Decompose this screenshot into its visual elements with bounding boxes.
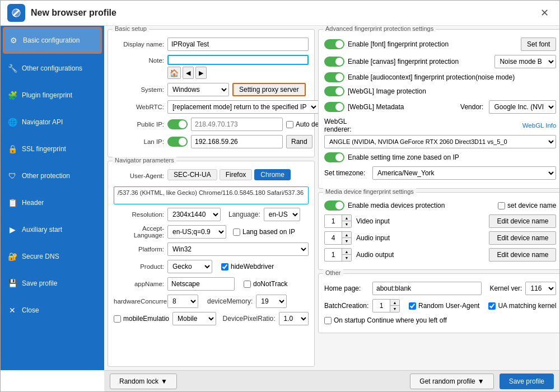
enable-media-toggle[interactable] (324, 200, 344, 211)
note-label: Note: (114, 57, 164, 64)
webgl-renderer-select[interactable]: ANGLE (NVIDIA, NVIDIA GeForce RTX 2060 D… (324, 135, 556, 148)
home-page-input[interactable] (372, 282, 482, 295)
lan-ip-input[interactable] (191, 135, 283, 148)
do-not-track-checkbox[interactable] (244, 281, 251, 288)
mobile-emulation-label[interactable]: mobileEmulatio (114, 315, 169, 323)
auto-detect-ip-checkbox[interactable] (286, 121, 293, 128)
audiocontext-toggle[interactable] (324, 72, 344, 82)
batch-down[interactable]: ▼ (390, 306, 399, 312)
video-edit-device-name-button[interactable]: Edit device name (489, 214, 556, 228)
hardware-select[interactable]: 8 (167, 295, 198, 308)
resolution-select[interactable]: 2304x1440 (167, 208, 221, 221)
mobile-emulation-checkbox[interactable] (114, 315, 121, 323)
audio-output-up[interactable]: ▲ (342, 249, 351, 255)
ua-matching-kernel-checkbox[interactable] (488, 302, 496, 310)
on-startup-checkbox[interactable] (324, 317, 332, 324)
setting-proxy-button[interactable]: Setting proxy server (232, 83, 306, 96)
tab-firefox[interactable]: Firefox (220, 169, 253, 180)
forward-arrow-icon[interactable]: ▶ (195, 67, 207, 79)
note-input[interactable] (167, 55, 309, 65)
on-startup-label[interactable]: On startup Continue where you left off (324, 316, 447, 324)
rand-button[interactable]: Rand (286, 135, 312, 148)
sidebar-item-plugin-fingerprint[interactable]: 🧩 Plugin fingerprint (1, 82, 104, 109)
kernel-ver-label: Kernel ver: (489, 284, 522, 292)
sidebar-item-close[interactable]: ✕ Close (1, 297, 104, 324)
lang-based-on-ip-label[interactable]: Lang based on IP (233, 228, 295, 236)
audio-input-down[interactable]: ▼ (342, 238, 351, 244)
canvas-protection-toggle[interactable] (324, 57, 344, 67)
video-input-down[interactable]: ▼ (342, 221, 351, 227)
canvas-mode-select[interactable]: Noise mode B (494, 55, 556, 68)
sidebar-item-ssl-fingerprint[interactable]: 🔒 SSL fingerprint (1, 136, 104, 162)
audio-output-edit-button[interactable]: Edit device name (489, 248, 556, 262)
font-protection-row: Enable [font] fingerprint protection Set… (324, 38, 556, 51)
back-arrow-icon[interactable]: ◀ (183, 67, 194, 79)
audio-output-down[interactable]: ▼ (342, 255, 351, 261)
lang-based-on-ip-checkbox[interactable] (233, 228, 240, 236)
dropdown-icon: ▼ (478, 377, 484, 385)
audio-input-up[interactable]: ▲ (342, 232, 351, 238)
webgl-image-toggle[interactable] (324, 86, 344, 96)
sidebar-item-header[interactable]: 📋 Header (1, 189, 104, 216)
webrtc-select[interactable]: [replacement mode] return to the specifi… (167, 100, 319, 114)
webgl-image-row: [WebGL] Image protection (324, 86, 556, 96)
ua-matching-kernel-label[interactable]: UA matching kernel (488, 302, 556, 310)
mobile-select[interactable]: Mobile (172, 312, 216, 325)
tab-chrome[interactable]: Chrome (254, 169, 291, 180)
lan-ip-toggle[interactable] (167, 137, 188, 147)
sidebar-item-secure-dns[interactable]: 🔐 Secure DNS (1, 243, 104, 270)
kernel-ver-select[interactable]: 116 (525, 282, 556, 295)
batch-up[interactable]: ▲ (390, 300, 399, 306)
webgl-info-link[interactable]: WebGL Info (522, 122, 557, 129)
hide-webdriver-checkbox[interactable] (221, 263, 228, 270)
random-user-agent-label[interactable]: Random User-Agent (409, 302, 479, 310)
ssl-icon: 🔒 (7, 144, 17, 154)
display-name-input[interactable] (167, 38, 309, 51)
sidebar-item-basic-configuration[interactable]: ⚙ Basic configuration (3, 27, 102, 54)
system-select[interactable]: Windows macOS Linux (167, 83, 229, 96)
tab-sec-ch-ua[interactable]: SEC-CH-UA (167, 169, 217, 180)
get-random-profile-button[interactable]: Get random profile ▼ (410, 374, 493, 389)
sidebar-item-label: Basic configuration (23, 36, 80, 44)
pixel-ratio-select[interactable]: 1.0 (279, 312, 309, 325)
hide-webdriver-label[interactable]: hideWebdriver (221, 263, 274, 270)
close-button[interactable]: ✕ (536, 4, 553, 21)
batch-creation-spinner-buttons: ▲ ▼ (390, 300, 399, 312)
timezone-toggle[interactable] (324, 152, 344, 162)
set-font-button[interactable]: Set font (521, 38, 556, 51)
sidebar-item-save-profile[interactable]: 💾 Save profile (1, 270, 104, 297)
random-lock-button[interactable]: Random lock ▼ (110, 374, 177, 389)
sidebar-item-auxiliary-start[interactable]: ▶ Auxiliary start (1, 216, 104, 243)
sidebar-item-other-configurations[interactable]: 🔧 Other configurations (1, 55, 104, 82)
device-memory-select[interactable]: 19 (256, 295, 287, 308)
public-ip-toggle[interactable] (167, 119, 188, 129)
timezone-select[interactable]: America/New_York (372, 166, 556, 180)
public-ip-input[interactable] (191, 118, 283, 131)
set-device-name-checkbox[interactable] (498, 202, 505, 209)
webgl-metadata-toggle[interactable] (324, 102, 344, 112)
basic-setup-group: Basic setup Display name: Note: 🏠 ◀ (108, 29, 315, 157)
sidebar-item-other-protection[interactable]: 🛡 Other protection (1, 162, 104, 189)
protection-icon: 🛡 (7, 171, 17, 181)
product-select[interactable]: Gecko (167, 260, 212, 273)
platform-select[interactable]: Win32 (167, 242, 309, 256)
video-input-up[interactable]: ▲ (342, 215, 351, 221)
sidebar-item-label: Secure DNS (22, 253, 59, 260)
do-not-track-label[interactable]: doNotTrack (244, 280, 288, 288)
language-select[interactable]: en-US (264, 208, 300, 221)
sidebar-item-navigator-api[interactable]: 🌐 Navigator API (1, 109, 104, 136)
vendor-select[interactable]: Google Inc. (NVID (489, 100, 556, 114)
random-user-agent-checkbox[interactable] (409, 302, 416, 310)
appname-input[interactable] (167, 277, 235, 291)
font-protection-toggle[interactable] (324, 39, 344, 49)
batch-creation-row: BatchCreation: 1 ▲ ▼ Random User-Agent (324, 299, 556, 312)
accept-language-row: Accept-Language: en-US;q=0.9 Lang based … (114, 225, 309, 239)
platform-label: Platform: (114, 246, 164, 253)
accept-language-select[interactable]: en-US;q=0.9 (167, 225, 226, 239)
audio-input-edit-button[interactable]: Edit device name (489, 231, 556, 245)
user-agent-tabs: SEC-CH-UA Firefox Chrome (167, 169, 291, 180)
set-device-name-label[interactable]: set device name (498, 202, 556, 209)
home-icon[interactable]: 🏠 (167, 67, 181, 79)
save-profile-button[interactable]: Save profile (500, 374, 554, 389)
useragent-display[interactable]: /537.36 (KHTML, like Gecko) Chrome/116.0… (114, 186, 309, 204)
